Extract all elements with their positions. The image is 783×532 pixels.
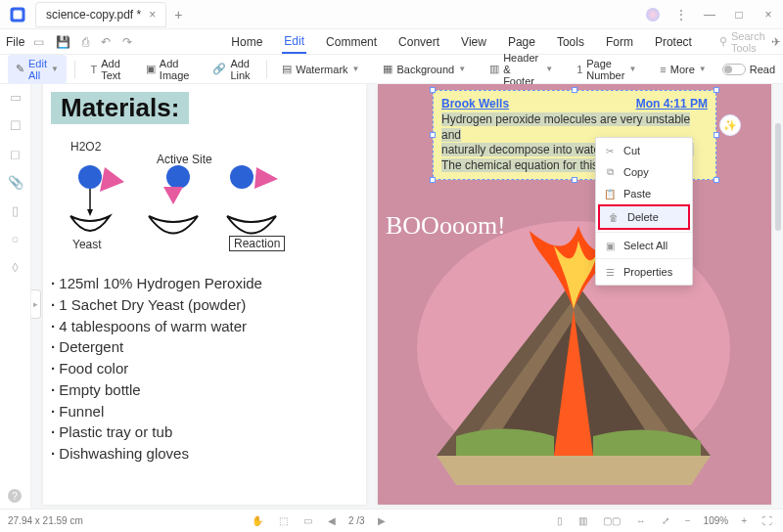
ctx-select-all[interactable]: ▣Select All: [596, 235, 692, 256]
close-tab-icon[interactable]: ×: [149, 8, 156, 22]
more-button[interactable]: ≡More▼: [652, 61, 714, 78]
read-mode-icon[interactable]: ▭: [300, 515, 315, 526]
background-button[interactable]: ▦Background▼: [375, 60, 474, 78]
zoom-level[interactable]: 109%: [704, 515, 729, 526]
edit-all-button[interactable]: ✎ Edit All ▼: [8, 55, 67, 84]
send-icon[interactable]: ✈: [771, 35, 781, 49]
fit-width-icon[interactable]: ↔: [633, 515, 649, 526]
single-page-icon[interactable]: ▯: [554, 515, 566, 526]
tab-form[interactable]: Form: [604, 31, 635, 53]
scrollbar[interactable]: [775, 123, 781, 231]
note-author: Brook Wells: [441, 97, 509, 111]
add-image-button[interactable]: ▣Add Image: [138, 55, 198, 84]
undo-icon[interactable]: ↶: [98, 35, 114, 49]
next-page-icon[interactable]: ▶: [375, 515, 389, 526]
note-time: Mon 4:11 PM: [636, 97, 708, 111]
continuous-icon[interactable]: ▥: [576, 515, 590, 526]
panel-collapse-handle[interactable]: ▸: [31, 289, 41, 319]
zoom-in-icon[interactable]: +: [738, 515, 750, 526]
minimize-icon[interactable]: —: [703, 8, 716, 22]
list-item: Detergent: [51, 336, 358, 358]
layers-icon[interactable]: ◊: [12, 260, 18, 275]
svg-point-6: [230, 165, 253, 189]
context-menu: ✂Cut ⧉Copy 📋Paste 🗑Delete ▣Select All ☰P…: [595, 137, 693, 286]
attachment-icon[interactable]: 📎: [8, 175, 23, 190]
help-icon[interactable]: ?: [8, 489, 22, 503]
select-tool-icon[interactable]: ⬚: [276, 515, 291, 526]
diagram: H2O2 Active Site Yeast Reaction: [51, 138, 358, 255]
background-icon: ▦: [383, 63, 392, 75]
tab-protect[interactable]: Protect: [653, 31, 694, 53]
ctx-delete[interactable]: 🗑Delete: [598, 204, 690, 230]
ctx-properties[interactable]: ☰Properties: [596, 261, 692, 283]
file-menu[interactable]: File: [6, 35, 24, 49]
maximize-icon[interactable]: □: [732, 8, 746, 22]
new-tab-button[interactable]: +: [174, 7, 182, 22]
list-item: 125ml 10% Hydrogen Peroxide: [51, 273, 358, 294]
hand-tool-icon[interactable]: ✋: [249, 515, 266, 526]
tab-edit[interactable]: Edit: [282, 30, 306, 54]
ctx-cut[interactable]: ✂Cut: [596, 140, 692, 161]
svg-marker-7: [254, 167, 278, 189]
open-icon[interactable]: ▭: [30, 35, 47, 49]
menubar: File ▭ 💾 ⎙ ↶ ↷ Home Edit Comment Convert…: [0, 29, 783, 55]
add-text-button[interactable]: TAdd Text: [83, 55, 130, 84]
canvas[interactable]: ▸ Materials: H2O2 Active Site Yeast Reac…: [31, 84, 783, 509]
page-indicator[interactable]: 2 /3: [348, 515, 365, 526]
list-item: Funnel: [51, 401, 358, 422]
list-item: Plastic tray or tub: [51, 421, 358, 443]
left-rail: ▭ ☐ ◻ 📎 ▯ ○ ◊: [0, 84, 31, 509]
ai-badge-icon[interactable]: ✨: [719, 114, 741, 136]
print-icon[interactable]: ⎙: [79, 35, 92, 49]
label-active-site: Active Site: [157, 153, 212, 166]
trash-icon: 🗑: [608, 212, 620, 223]
select-all-icon: ▣: [604, 241, 616, 251]
label-h2o2: H2O2: [70, 140, 101, 154]
svg-marker-8: [87, 209, 93, 216]
search-tools[interactable]: ⚲ Search Tools: [719, 30, 765, 54]
properties-icon: ☰: [604, 267, 616, 278]
search-icon: ⚲: [719, 35, 727, 48]
header-footer-icon: ▥: [489, 63, 499, 75]
document-tab-title: science-copy.pdf *: [46, 8, 141, 22]
link-icon: 🔗: [212, 63, 226, 75]
watermark-button[interactable]: ▤Watermark▼: [274, 60, 367, 78]
svg-rect-1: [14, 10, 23, 19]
label-yeast: Yeast: [72, 238, 102, 251]
materials-list: 125ml 10% Hydrogen Peroxide 1 Sachet Dry…: [51, 273, 358, 465]
list-item: Dishwashing gloves: [51, 443, 358, 465]
tab-home[interactable]: Home: [229, 31, 264, 53]
page-left: Materials: H2O2 Active Site Yeast Reacti…: [43, 84, 366, 505]
cut-icon: ✂: [604, 146, 616, 156]
svg-point-2: [78, 165, 102, 189]
chevron-down-icon: ▼: [51, 65, 59, 73]
kebab-menu-icon[interactable]: ⋮: [675, 8, 687, 22]
page-number-button[interactable]: 1Page Number▼: [569, 55, 644, 84]
titlebar: science-copy.pdf * × + ⋮ — □ ×: [0, 0, 783, 29]
add-link-button[interactable]: 🔗Add Link: [205, 55, 257, 84]
redo-icon[interactable]: ↷: [119, 35, 135, 49]
svg-point-4: [166, 165, 190, 189]
two-page-icon[interactable]: ▢▢: [600, 515, 623, 526]
tab-comment[interactable]: Comment: [324, 31, 379, 53]
close-window-icon[interactable]: ×: [761, 8, 775, 22]
ctx-copy[interactable]: ⧉Copy: [596, 161, 692, 183]
document-tab[interactable]: science-copy.pdf * ×: [35, 2, 166, 27]
fullscreen-icon[interactable]: ⛶: [760, 515, 775, 526]
ctx-paste[interactable]: 📋Paste: [596, 183, 692, 204]
read-toggle[interactable]: Read: [722, 64, 775, 75]
page-right: Brook Wells Mon 4:11 PM Hydrogen peroxid…: [378, 84, 771, 505]
field-icon[interactable]: ▯: [12, 203, 19, 218]
copy-icon: ⧉: [604, 166, 616, 178]
page-number-icon: 1: [576, 64, 582, 75]
annotation-icon[interactable]: ◻: [10, 147, 21, 161]
search-panel-icon[interactable]: ○: [12, 232, 20, 246]
thumbnails-icon[interactable]: ▭: [10, 90, 22, 105]
save-icon[interactable]: 💾: [53, 35, 73, 49]
ai-orb-icon[interactable]: [646, 8, 660, 22]
prev-page-icon[interactable]: ◀: [325, 515, 339, 526]
bookmark-icon[interactable]: ☐: [10, 118, 22, 133]
tab-convert[interactable]: Convert: [396, 31, 441, 53]
zoom-out-icon[interactable]: −: [682, 515, 694, 526]
fit-page-icon[interactable]: ⤢: [659, 515, 672, 526]
